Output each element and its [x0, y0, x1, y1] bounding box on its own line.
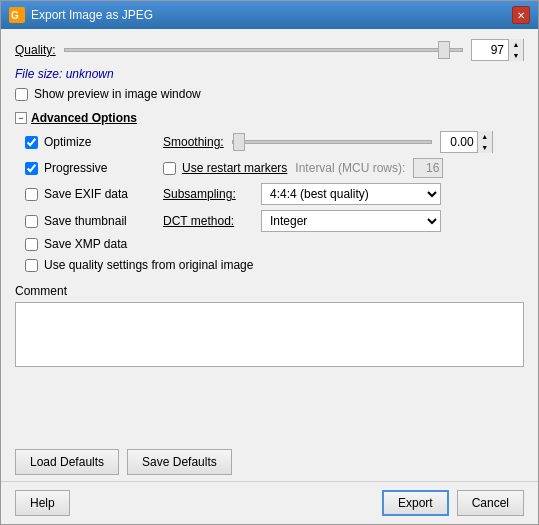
save-exif-group: Save EXIF data [25, 187, 155, 201]
smoothing-input[interactable] [441, 133, 477, 151]
smoothing-slider[interactable] [232, 140, 432, 144]
smoothing-label: Smoothing: [163, 135, 224, 149]
progressive-label: Progressive [44, 161, 107, 175]
titlebar: G Export Image as JPEG ✕ [1, 1, 538, 29]
advanced-title: Advanced Options [31, 111, 137, 125]
quality-slider-container [64, 48, 463, 52]
save-exif-label: Save EXIF data [44, 187, 128, 201]
filesize-label: File size: unknown [15, 67, 524, 81]
export-button[interactable]: Export [382, 490, 449, 516]
show-preview-checkbox[interactable] [15, 88, 28, 101]
dct-select[interactable]: Integer Fixed point Float [261, 210, 441, 232]
show-preview-row: Show preview in image window [15, 87, 524, 101]
optimize-checkbox-group: Optimize [25, 135, 155, 149]
titlebar-left: G Export Image as JPEG [9, 7, 153, 23]
action-buttons: Help Export Cancel [1, 481, 538, 524]
svg-text:G: G [11, 10, 19, 21]
collapse-button[interactable]: − [15, 112, 27, 124]
quality-slider[interactable] [64, 48, 463, 52]
subsampling-select[interactable]: 4:4:4 (best quality) 4:2:2 4:2:0 4:1:1 [261, 183, 441, 205]
optimize-checkbox[interactable] [25, 136, 38, 149]
close-button[interactable]: ✕ [512, 6, 530, 24]
save-xmp-label: Save XMP data [44, 237, 127, 251]
show-preview-label: Show preview in image window [34, 87, 201, 101]
smoothing-spinbox-arrows: ▲ ▼ [477, 131, 492, 153]
dialog-content: Quality: ▲ ▼ File size: unknown Show pre… [1, 29, 538, 443]
save-exif-checkbox[interactable] [25, 188, 38, 201]
window-title: Export Image as JPEG [31, 8, 153, 22]
interval-label: Interval (MCU rows): [295, 161, 405, 175]
quality-spinbox-arrows: ▲ ▼ [508, 39, 523, 61]
save-xmp-checkbox[interactable] [25, 238, 38, 251]
comment-textarea[interactable] [15, 302, 524, 367]
quality-label: Quality: [15, 43, 56, 57]
use-quality-label: Use quality settings from original image [44, 258, 253, 272]
quality-spin-down[interactable]: ▼ [509, 50, 523, 61]
advanced-content: Optimize Smoothing: ▲ ▼ Progressive [25, 131, 524, 272]
save-thumbnail-group: Save thumbnail [25, 214, 155, 228]
restart-markers-label: Use restart markers [182, 161, 287, 175]
interval-input[interactable] [413, 158, 443, 178]
app-icon: G [9, 7, 25, 23]
smoothing-value-box: ▲ ▼ [440, 131, 493, 153]
save-defaults-button[interactable]: Save Defaults [127, 449, 232, 475]
exif-subsampling-row: Save EXIF data Subsampling: 4:4:4 (best … [25, 183, 524, 205]
optimize-label: Optimize [44, 135, 91, 149]
help-button[interactable]: Help [15, 490, 70, 516]
save-xmp-row: Save XMP data [25, 237, 524, 251]
restart-markers-group: Use restart markers [163, 161, 287, 175]
export-jpeg-dialog: G Export Image as JPEG ✕ Quality: ▲ ▼ Fi… [0, 0, 539, 525]
progressive-checkbox[interactable] [25, 162, 38, 175]
quality-value-box: ▲ ▼ [471, 39, 524, 61]
quality-input[interactable] [472, 41, 508, 59]
subsampling-label: Subsampling: [163, 187, 253, 201]
defaults-buttons: Load Defaults Save Defaults [1, 443, 538, 481]
right-action-buttons: Export Cancel [382, 490, 524, 516]
advanced-section-header: − Advanced Options [15, 111, 524, 125]
save-thumbnail-label: Save thumbnail [44, 214, 127, 228]
cancel-button[interactable]: Cancel [457, 490, 524, 516]
use-quality-row: Use quality settings from original image [25, 258, 524, 272]
progressive-restart-row: Progressive Use restart markers Interval… [25, 158, 524, 178]
comment-label: Comment [15, 284, 524, 298]
thumbnail-dct-row: Save thumbnail DCT method: Integer Fixed… [25, 210, 524, 232]
progressive-checkbox-group: Progressive [25, 161, 155, 175]
dct-label: DCT method: [163, 214, 253, 228]
smoothing-spin-up[interactable]: ▲ [478, 131, 492, 142]
restart-markers-checkbox[interactable] [163, 162, 176, 175]
quality-row: Quality: ▲ ▼ [15, 39, 524, 61]
save-thumbnail-checkbox[interactable] [25, 215, 38, 228]
optimize-smoothing-row: Optimize Smoothing: ▲ ▼ [25, 131, 524, 153]
quality-spin-up[interactable]: ▲ [509, 39, 523, 50]
load-defaults-button[interactable]: Load Defaults [15, 449, 119, 475]
comment-section: Comment [15, 284, 524, 370]
use-quality-checkbox[interactable] [25, 259, 38, 272]
smoothing-spin-down[interactable]: ▼ [478, 142, 492, 153]
